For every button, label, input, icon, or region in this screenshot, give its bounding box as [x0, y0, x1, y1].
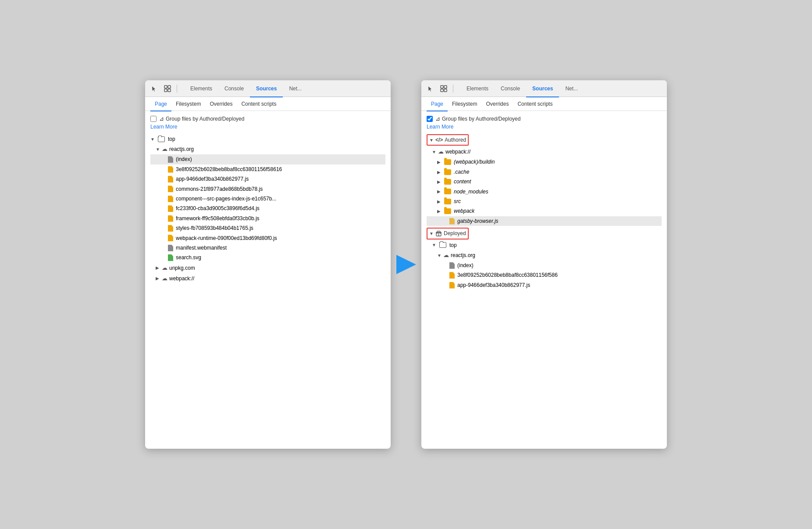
tree-label-webpack-r: webpack:// [445, 147, 470, 156]
group-label-text-left: Group files by Authored/Deployed [166, 116, 244, 122]
label-f2: app-9466def3ba340b862977.js [176, 175, 249, 183]
tree-item-node-modules[interactable]: node_modules [427, 187, 662, 197]
tree-item-webpack-folder[interactable]: webpack [427, 206, 662, 216]
tree-item-file3[interactable]: commons-21f8977ade868b5bdb78.js [150, 184, 385, 194]
tree-item-file5[interactable]: fc233f00-cba3d9005c3896f6d5d4.js [150, 204, 385, 213]
subtab-content-scripts-left[interactable]: Content scripts [237, 97, 281, 111]
file-doc-gray-icon [168, 156, 173, 163]
tree-item-top-right[interactable]: top [427, 240, 662, 250]
label-buildin: (webpack)/buildin [454, 157, 495, 166]
blue-arrow [396, 255, 416, 274]
deployed-header[interactable]: Deployed [427, 228, 469, 239]
group-checkbox-left[interactable] [150, 116, 157, 122]
group-option-label-left: ⊿ Group files by Authored/Deployed [159, 115, 244, 122]
tree-item-file4[interactable]: component---src-pages-index-js-e1c657b..… [150, 194, 385, 204]
group-label-text-right: Group files by Authored/Deployed [442, 116, 520, 122]
subtab-page-left[interactable]: Page [150, 97, 171, 111]
code-brackets-icon: </> [435, 136, 443, 144]
subtab-overrides-left[interactable]: Overrides [205, 97, 237, 111]
box-cube-icon [435, 230, 442, 237]
tree-item-webpack-left[interactable]: ☁ webpack:// [150, 273, 385, 284]
tab-elements-right[interactable]: Elements [460, 81, 495, 97]
triangle-top [150, 136, 155, 143]
label-r1: 3e8f09252b6028beb8baf8cc63801156f586 [457, 271, 558, 279]
tri-node-modules [437, 188, 442, 195]
file-y7 [168, 225, 173, 232]
subtab-content-scripts-right[interactable]: Content scripts [513, 97, 557, 111]
tab-console-right[interactable]: Console [495, 81, 526, 97]
inspect-icon-right[interactable] [438, 83, 449, 94]
cursor-icon-right[interactable] [425, 83, 436, 94]
svg-rect-2 [164, 89, 167, 92]
tree-item-gatsby-browser[interactable]: gatsby-browser.js [427, 216, 662, 226]
tree-label-webpack: webpack:// [169, 274, 194, 283]
tab-console-left[interactable]: Console [218, 81, 250, 97]
tree-item-content[interactable]: content [427, 177, 662, 186]
tab-elements-left[interactable]: Elements [184, 81, 218, 97]
fdy2 [168, 176, 173, 182]
fdy1 [168, 166, 173, 173]
file-gr [449, 262, 455, 269]
cursor-icon[interactable] [149, 83, 160, 94]
right-panel: Elements Console Sources Net... Page Fil… [421, 80, 667, 449]
tree-item-src[interactable]: src [427, 197, 662, 206]
fdgr [449, 262, 455, 269]
tree-item-file7[interactable]: styles-fb708593b484b04b1765.js [150, 223, 385, 233]
tree-item-file8[interactable]: webpack-runtime-090f00ed13bd69fd80f0.js [150, 233, 385, 243]
funnel-icon-right: ⊿ [435, 115, 440, 122]
tree-item-top[interactable]: top [150, 134, 385, 144]
file-gray-index [168, 156, 173, 163]
svg-rect-0 [164, 86, 167, 88]
label-f1: 3e8f09252b6028beb8baf8cc63801156f58616 [176, 165, 282, 174]
label-webpack-f: webpack [454, 207, 474, 215]
svg-rect-1 [168, 86, 171, 88]
tree-item-file-r1[interactable]: 3e8f09252b6028beb8baf8cc63801156f586 [427, 270, 662, 280]
file-y5 [168, 205, 173, 212]
tab-sources-right[interactable]: Sources [526, 81, 559, 97]
file-yr1 [449, 272, 455, 279]
tree-item-file-r2[interactable]: app-9466def3ba340b862977.js [427, 280, 662, 290]
triangle-unpkg [156, 264, 160, 272]
group-checkbox-right[interactable] [427, 116, 433, 122]
svg-rect-5 [444, 86, 447, 88]
tab-network-left[interactable]: Net... [283, 81, 308, 97]
folder-buildin [444, 159, 451, 165]
subtab-overrides-right[interactable]: Overrides [481, 97, 513, 111]
tree-item-index-right[interactable]: (index) [427, 261, 662, 270]
tree-item-unpkg[interactable]: ☁ unpkg.com [150, 263, 385, 273]
subtab-page-right[interactable]: Page [427, 97, 448, 111]
learn-more-link-right[interactable]: Learn More [427, 124, 662, 130]
authored-header[interactable]: </> Authored [427, 134, 469, 146]
tree-item-file10[interactable]: search.svg [150, 253, 385, 262]
left-subtabs: Page Filesystem Overrides Content script… [145, 97, 391, 111]
file-y2 [168, 176, 173, 182]
right-toolbar-tabs: Elements Console Sources Net... [460, 80, 584, 97]
learn-more-link-left[interactable]: Learn More [150, 124, 385, 130]
file-yr2 [449, 282, 455, 289]
file-gatsby [449, 218, 455, 225]
tree-item-file6[interactable]: framework-ff9c508ebfda0f33cb0b.js [150, 214, 385, 223]
right-subtabs: Page Filesystem Overrides Content script… [421, 97, 667, 111]
tree-item-file2[interactable]: app-9466def3ba340b862977.js [150, 174, 385, 184]
inspect-icon[interactable] [162, 83, 173, 94]
cloud-icon-reactjs: ☁ [162, 144, 167, 154]
folder-outline-icon [158, 136, 165, 142]
tree-item-buildin[interactable]: (webpack)/buildin [427, 157, 662, 167]
tab-network-right[interactable]: Net... [559, 81, 584, 97]
tab-sources-left[interactable]: Sources [250, 81, 283, 97]
tree-item-reactjs-right[interactable]: ☁ reactjs.org [427, 250, 662, 261]
subtab-filesystem-right[interactable]: Filesystem [448, 97, 481, 111]
fdy6 [168, 215, 173, 222]
subtab-filesystem-left[interactable]: Filesystem [171, 97, 205, 111]
folder-src [444, 199, 451, 204]
tri-content [437, 178, 442, 186]
tree-item-webpack-right[interactable]: ☁ webpack:// [427, 147, 662, 157]
tree-item-file1[interactable]: 3e8f09252b6028beb8baf8cc63801156f58616 [150, 164, 385, 174]
tree-item-file9[interactable]: manifest.webmanifest [150, 243, 385, 253]
file-y1 [168, 166, 173, 173]
tree-item-reactjs[interactable]: ☁ reactjs.org [150, 144, 385, 154]
tree-label-reactjs-r: reactjs.org [451, 251, 475, 260]
tree-item-index-left[interactable]: (index) [150, 154, 385, 164]
tree-item-cache[interactable]: .cache [427, 167, 662, 177]
toolbar-separator [177, 85, 177, 93]
